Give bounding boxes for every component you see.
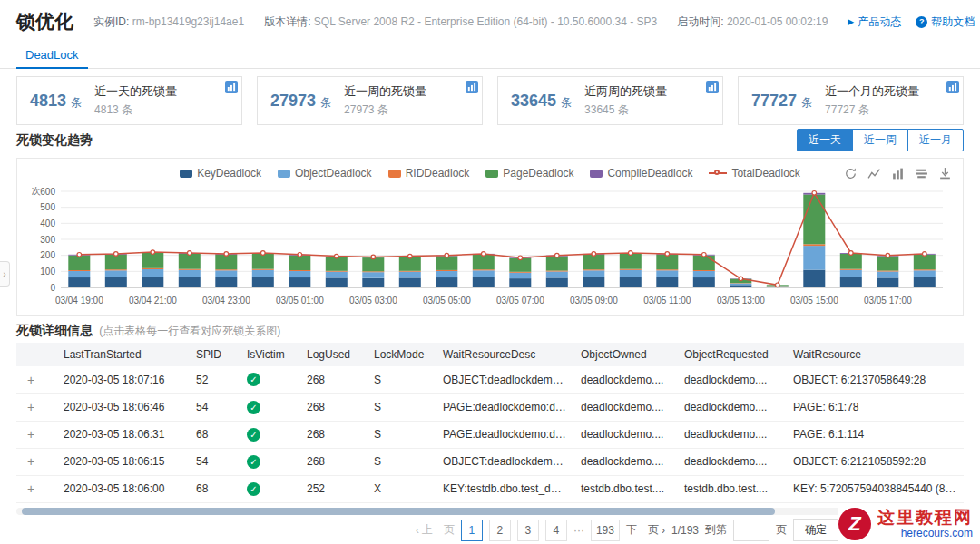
chart-toolbar bbox=[844, 167, 952, 180]
table-cell: 54 bbox=[189, 448, 240, 475]
table-cell: ✓ bbox=[240, 475, 299, 502]
table-row[interactable]: +2020-03-05 18:07:1652✓268SOBJECT:deadlo… bbox=[16, 366, 964, 393]
svg-text:03/05 05:00: 03/05 05:00 bbox=[423, 296, 471, 306]
expand-row-icon[interactable]: + bbox=[24, 400, 38, 414]
table-cell: 54 bbox=[189, 393, 240, 421]
table-cell: OBJECT: 6:2121058592:28 bbox=[786, 448, 964, 475]
table-row[interactable]: +2020-03-05 18:06:1554✓268SOBJECT:deadlo… bbox=[16, 448, 964, 475]
table-row[interactable]: +2020-03-05 18:06:4654✓268SPAGE:deadlock… bbox=[16, 393, 964, 421]
stat-detail-icon[interactable] bbox=[706, 81, 719, 93]
start-time-meta: 启动时间: 2020-01-05 00:02:19 bbox=[677, 15, 828, 30]
sidebar-collapse-handle[interactable]: › bbox=[0, 261, 10, 287]
bar-chart-icon[interactable] bbox=[891, 167, 905, 180]
goto-confirm-button[interactable]: 确定 bbox=[793, 519, 838, 541]
table-cell: 2020-03-05 18:06:00 bbox=[56, 475, 189, 502]
svg-text:03/05 11:00: 03/05 11:00 bbox=[643, 296, 691, 306]
page-button-1[interactable]: 1 bbox=[461, 520, 483, 541]
next-page-button[interactable]: 下一页 › bbox=[626, 522, 665, 538]
page-header: 锁优化 实例ID: rm-bp13419g23ij14ae1 版本详情: SQL… bbox=[0, 0, 980, 44]
expand-row-icon[interactable]: + bbox=[24, 454, 38, 469]
page-button-3[interactable]: 3 bbox=[517, 520, 539, 541]
column-header-WaitResource: WaitResource bbox=[786, 343, 964, 366]
page-button-4[interactable]: 4 bbox=[545, 520, 567, 541]
svg-text:03/05 09:00: 03/05 09:00 bbox=[570, 296, 618, 306]
stat-card: 33645 条近两周的死锁量33645 条 bbox=[497, 76, 723, 125]
victim-check-icon: ✓ bbox=[247, 373, 260, 386]
expand-row-icon[interactable]: + bbox=[24, 481, 38, 496]
table-cell: S bbox=[367, 421, 436, 448]
trend-chart-panel: KeyDeadlockObjectDeadlockRIDDeadlockPage… bbox=[16, 158, 964, 316]
expand-row-icon[interactable]: + bbox=[24, 427, 38, 442]
stat-detail-icon[interactable] bbox=[225, 81, 238, 93]
legend-item-PageDeadlock[interactable]: PageDeadlock bbox=[485, 167, 573, 180]
table-cell: OBJECT:deadlockdemo.... bbox=[436, 448, 573, 475]
watermark-domain: herecours.com bbox=[877, 527, 973, 539]
victim-check-icon: ✓ bbox=[247, 401, 260, 414]
stat-detail-icon[interactable] bbox=[946, 81, 959, 93]
stat-value: 33645 条 bbox=[511, 92, 572, 111]
table-cell: S bbox=[367, 393, 436, 421]
goto-page-input[interactable] bbox=[733, 520, 769, 541]
range-button-day[interactable]: 近一天 bbox=[797, 129, 853, 151]
table-cell: X bbox=[367, 475, 436, 502]
stat-detail-icon[interactable] bbox=[466, 81, 478, 93]
version-meta: 版本详情: SQL Server 2008 R2 - Enterprise Ed… bbox=[264, 15, 657, 30]
legend-item-ObjectDeadlock[interactable]: ObjectDeadlock bbox=[278, 167, 372, 180]
legend-item-RIDDeadlock[interactable]: RIDDeadlock bbox=[388, 167, 470, 180]
help-doc-label: 帮助文档 bbox=[931, 15, 975, 30]
table-cell: OBJECT:deadlockdemo.... bbox=[436, 366, 573, 393]
svg-text:500: 500 bbox=[40, 202, 55, 212]
stat-card: 4813 条近一天的死锁量4813 条 bbox=[16, 76, 242, 125]
site-watermark: Z 这里教程网 herecours.com bbox=[838, 508, 973, 540]
detail-section-title: 死锁详细信息 bbox=[16, 323, 93, 337]
prev-page-label: 上一页 bbox=[422, 522, 455, 538]
column-header-ObjectOwned: ObjectOwned bbox=[573, 343, 677, 366]
stack-chart-icon[interactable] bbox=[915, 167, 928, 180]
tab-deadlock[interactable]: DeadLock bbox=[16, 44, 88, 69]
table-cell: PAGE: 6:1:78 bbox=[786, 393, 964, 421]
legend-swatch bbox=[388, 170, 401, 178]
instance-id-value: rm-bp13419g23ij14ae1 bbox=[132, 15, 244, 28]
legend-item-CompileDeadlock[interactable]: CompileDeadlock bbox=[590, 167, 692, 180]
table-cell: 268 bbox=[299, 393, 367, 421]
svg-text:03/04 23:00: 03/04 23:00 bbox=[202, 296, 250, 306]
table-cell: testdb.dbo.test.... bbox=[677, 475, 786, 502]
start-time-label: 启动时间: bbox=[677, 15, 723, 28]
chevron-right-icon: › bbox=[662, 524, 665, 537]
line-chart-icon[interactable] bbox=[867, 167, 881, 180]
detail-header: 死锁详细信息 (点击表格每一行查看对应死锁关系图) bbox=[16, 323, 280, 339]
download-icon[interactable] bbox=[938, 167, 952, 180]
table-row[interactable]: +2020-03-05 18:06:3168✓268SPAGE:deadlock… bbox=[16, 421, 964, 448]
legend-label: CompileDeadlock bbox=[607, 167, 692, 180]
table-cell: S bbox=[367, 448, 436, 475]
table-cell: PAGE:deadlockdemo:dat... bbox=[436, 393, 573, 421]
legend-item-KeyDeadlock[interactable]: KeyDeadlock bbox=[180, 167, 261, 180]
table-row[interactable]: +2020-03-05 18:06:0068✓252XKEY:testdb.db… bbox=[16, 475, 964, 502]
stat-sub-value: 33645 条 bbox=[584, 102, 667, 118]
svg-text:03/05 15:00: 03/05 15:00 bbox=[790, 296, 838, 306]
help-doc-link[interactable]: ? 帮助文档 bbox=[916, 15, 975, 30]
instance-id-label: 实例ID: bbox=[93, 15, 129, 28]
svg-text:次: 次 bbox=[32, 186, 41, 196]
legend-swatch bbox=[590, 170, 603, 178]
page-button-2[interactable]: 2 bbox=[489, 520, 511, 541]
legend-line-marker bbox=[709, 172, 727, 174]
prev-page-button[interactable]: ‹ 上一页 bbox=[416, 522, 455, 538]
column-header-LogUsed: LogUsed bbox=[299, 343, 367, 366]
page-button-193[interactable]: 193 bbox=[591, 520, 620, 541]
stat-value: 27973 条 bbox=[270, 92, 331, 111]
table-cell: deadlockdemo.... bbox=[677, 421, 786, 448]
pagination: ‹ 上一页 1234···193 下一页 › 1/193 到第 页 确定 bbox=[416, 519, 838, 541]
expand-row-icon[interactable]: + bbox=[24, 373, 38, 387]
range-button-month[interactable]: 近一月 bbox=[907, 129, 964, 151]
horizontal-scrollbar-thumb[interactable] bbox=[22, 508, 775, 515]
stat-unit: 条 bbox=[320, 96, 331, 109]
legend-item-TotalDeadlock[interactable]: TotalDeadlock bbox=[709, 167, 799, 180]
column-header-SPID: SPID bbox=[189, 343, 240, 366]
table-cell: 268 bbox=[299, 421, 367, 448]
table-cell: S bbox=[367, 366, 436, 393]
range-button-week[interactable]: 近一周 bbox=[852, 129, 908, 151]
refresh-icon[interactable] bbox=[844, 167, 858, 180]
product-news-link[interactable]: ▶ 产品动态 bbox=[848, 15, 901, 30]
version-label: 版本详情: bbox=[264, 15, 310, 28]
